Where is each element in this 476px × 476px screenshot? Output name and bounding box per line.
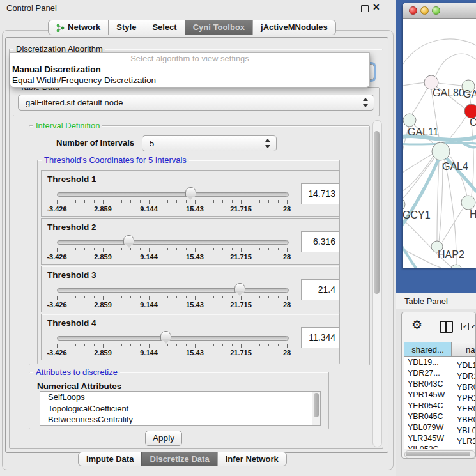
checkbox-icon[interactable]: ✓ bbox=[461, 323, 469, 330]
network-edge[interactable] bbox=[439, 163, 443, 242]
network-edge[interactable] bbox=[436, 54, 476, 76]
network-node-h[interactable] bbox=[461, 196, 475, 210]
network-edge[interactable] bbox=[403, 157, 433, 192]
slider-scale-labels: -3.4262.8599.14415.4321.71528 bbox=[57, 349, 288, 357]
network-edge-thick[interactable] bbox=[403, 238, 417, 268]
cell-shared-name: YBR045C bbox=[404, 411, 452, 422]
cell-shared-name: YBL079W bbox=[404, 422, 452, 433]
network-edge[interactable] bbox=[403, 82, 426, 86]
attributes-list-scrollbar[interactable] bbox=[312, 392, 320, 425]
threshold-panel: Threshold 1-3.4262.8599.14415.4321.71528… bbox=[41, 170, 340, 217]
attributes-group-title: Attributes to discretize bbox=[33, 367, 120, 377]
attribute-list-item[interactable]: BetweennessCentrality bbox=[40, 414, 320, 426]
table-row[interactable]: YIL052CYIL0 bbox=[404, 444, 476, 449]
column-header-shared-name[interactable]: shared... bbox=[404, 342, 452, 357]
close-icon[interactable]: ✕ bbox=[372, 2, 380, 12]
tab-label: Infer Network bbox=[226, 452, 279, 466]
network-edge[interactable] bbox=[438, 83, 462, 86]
scrollbar-thumb[interactable] bbox=[374, 131, 380, 294]
node-table: ⚙ ✓ ✓ shared... na YDL19...YDL1YDR27...Y… bbox=[401, 312, 476, 459]
tab-select[interactable]: Select bbox=[144, 20, 185, 35]
number-of-intervals-value: 5 bbox=[142, 136, 276, 151]
network-edge[interactable] bbox=[437, 160, 439, 242]
tab-discretize-data[interactable]: Discretize Data bbox=[141, 452, 217, 466]
zoom-traffic-light[interactable] bbox=[432, 6, 440, 15]
slider-ticks bbox=[57, 248, 288, 253]
dropdown-item[interactable]: Manual Discretization bbox=[10, 64, 369, 75]
thresholds-group-title: Threshold's Coordinates for 5 Intervals bbox=[42, 155, 189, 165]
checkbox-icon[interactable]: ✓ bbox=[470, 323, 476, 330]
network-canvas[interactable]: GAL80GACGAL11GAL4GCY1HHAP2 bbox=[403, 19, 476, 268]
tab-cyni-toolbox[interactable]: Cyni Toolbox bbox=[185, 20, 253, 35]
network-view-window: GAL80GACGAL11GAL4GCY1HHAP2 bbox=[403, 3, 476, 268]
column-layout-icon[interactable] bbox=[440, 321, 453, 333]
attribute-list-item[interactable]: SelfLoops bbox=[40, 392, 320, 403]
network-edge-thick[interactable] bbox=[403, 155, 440, 232]
network-edge[interactable] bbox=[442, 208, 463, 242]
tab-label: jActiveMNodules bbox=[261, 20, 328, 35]
node-label: GAL11 bbox=[408, 127, 439, 137]
threshold-slider-track[interactable] bbox=[57, 192, 289, 197]
tab-network[interactable]: Network bbox=[48, 20, 109, 35]
column-header-name[interactable]: na bbox=[452, 342, 476, 357]
scrollbar-thumb[interactable] bbox=[314, 393, 319, 417]
slider-scale-labels: -3.4262.8599.14415.4321.71528 bbox=[57, 205, 288, 213]
tab-infer-network[interactable]: Infer Network bbox=[217, 452, 287, 466]
table-data-combobox[interactable]: galFiltered.sif default node bbox=[18, 95, 374, 111]
right-region: GAL80GACGAL11GAL4GCY1HHAP2 Table Panel ⚙… bbox=[396, 0, 476, 476]
bottom-tab-bar: Impute DataDiscretize DataInfer Network bbox=[78, 452, 287, 466]
network-node-gal4[interactable] bbox=[432, 142, 450, 160]
scrollbar-thumb[interactable] bbox=[406, 452, 470, 456]
table-horizontal-scrollbar[interactable] bbox=[404, 450, 475, 459]
control-panel: Control Panel ✕ NetworkStyleSelectCyni T… bbox=[0, 0, 396, 476]
threshold-slider-track[interactable] bbox=[57, 240, 289, 245]
table-row[interactable]: YDL19...YDL1 bbox=[404, 357, 476, 368]
minimize-traffic-light[interactable] bbox=[420, 6, 429, 15]
threshold-slider-track[interactable] bbox=[57, 288, 289, 293]
network-edge[interactable] bbox=[411, 89, 427, 115]
threshold-slider-track[interactable] bbox=[57, 336, 289, 341]
threshold-value-field[interactable]: 14.713 bbox=[301, 183, 339, 204]
table-row[interactable]: YLR345WYLR3 bbox=[404, 433, 476, 444]
table-panel-title: Table Panel bbox=[404, 296, 448, 306]
main-vertical-scrollbar[interactable] bbox=[372, 120, 382, 447]
network-window-titlebar[interactable] bbox=[403, 3, 476, 19]
float-window-icon[interactable] bbox=[361, 5, 369, 12]
threshold-slider-thumb[interactable] bbox=[185, 187, 196, 197]
tab-jactivemnodules[interactable]: jActiveMNodules bbox=[252, 20, 336, 35]
node-label: C bbox=[470, 117, 476, 128]
threshold-slider-thumb[interactable] bbox=[123, 235, 134, 245]
dropdown-item[interactable]: Equal Width/Frequency Discretization bbox=[10, 75, 369, 86]
table-row[interactable]: YBR043CYBR0 bbox=[404, 379, 476, 390]
column-divider bbox=[452, 357, 452, 449]
threshold-value-field[interactable]: 6.316 bbox=[301, 231, 339, 252]
tab-style[interactable]: Style bbox=[108, 20, 144, 35]
table-row[interactable]: YPR145WYPR1 bbox=[404, 390, 476, 401]
threshold-slider-thumb[interactable] bbox=[160, 331, 171, 341]
network-node-c[interactable] bbox=[464, 104, 476, 118]
tab-label: Network bbox=[68, 20, 100, 35]
number-of-intervals-spinner[interactable]: 5 bbox=[142, 135, 277, 151]
settings-gear-icon[interactable]: ⚙ bbox=[411, 319, 422, 331]
network-edge[interactable] bbox=[403, 39, 476, 65]
numerical-attributes-heading: Numerical Attributes bbox=[37, 381, 121, 391]
threshold-slider-thumb[interactable] bbox=[234, 283, 245, 293]
table-row[interactable]: YER054CYER0 bbox=[404, 401, 476, 411]
slider-ticks bbox=[57, 296, 288, 301]
tab-impute-data[interactable]: Impute Data bbox=[78, 452, 142, 466]
apply-button[interactable]: Apply bbox=[145, 431, 182, 446]
network-node-gal11[interactable] bbox=[403, 114, 416, 127]
threshold-value-field[interactable]: 11.344 bbox=[301, 327, 339, 348]
table-panel-titlebar: Table Panel bbox=[396, 293, 476, 310]
close-traffic-light[interactable] bbox=[409, 6, 417, 15]
network-node-gcy1[interactable] bbox=[403, 198, 405, 211]
network-node[interactable] bbox=[450, 265, 462, 268]
table-row[interactable]: YBL079WYBL0 bbox=[404, 422, 476, 433]
table-row[interactable]: YBR045CYBR0 bbox=[404, 411, 476, 422]
dropdown-placeholder-item[interactable]: Select algorithm to view settings bbox=[10, 53, 369, 64]
attribute-list-item[interactable]: TopologicalCoefficient bbox=[40, 403, 320, 415]
node-label: HAP2 bbox=[438, 249, 464, 260]
threshold-value-field[interactable]: 21.4 bbox=[301, 279, 339, 300]
table-row[interactable]: YDR27...YDR2 bbox=[404, 368, 476, 379]
threshold-label: Threshold 4 bbox=[47, 318, 96, 328]
